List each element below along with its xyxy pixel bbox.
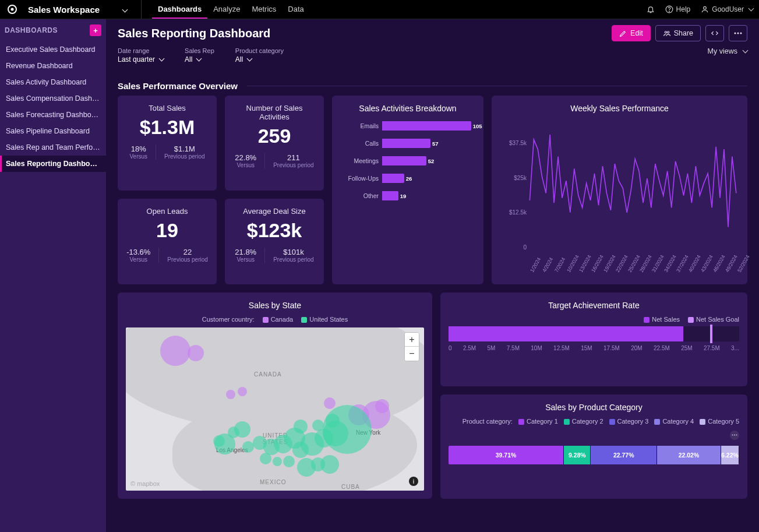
sidebar-title: DASHBOARDS: [5, 26, 58, 34]
sidebar-item[interactable]: Revenue Dashboard: [0, 58, 106, 74]
filter-sales-rep[interactable]: Sales Rep All: [185, 47, 214, 64]
chevron-down-icon: [741, 47, 747, 55]
user-name: GoodUser: [712, 5, 744, 13]
more-button[interactable]: [729, 25, 747, 41]
edit-label: Edit: [630, 29, 643, 37]
help-label: Help: [676, 5, 691, 13]
nav-metrics[interactable]: Metrics: [246, 0, 282, 19]
chart-weekly-sales[interactable]: Weekly Sales Performance 0$12.5k$25k$37.…: [492, 96, 747, 284]
app-logo[interactable]: [6, 3, 19, 16]
share-label: Share: [674, 29, 693, 37]
cat-segment: 39.71%: [449, 446, 564, 464]
map-bubble: [320, 455, 339, 474]
cat-segment: 9.28%: [564, 446, 591, 464]
sidebar: DASHBOARDS + Executive Sales DashboardRe…: [0, 19, 106, 532]
topbar-right: Help GoodUser: [647, 5, 753, 13]
kpi-deal-size[interactable]: Average Deal Size $123k 21.8%Versus $101…: [225, 199, 324, 285]
svg-point-10: [732, 435, 733, 436]
cat-segment: 6.22%: [721, 446, 739, 464]
chevron-down-icon: [747, 5, 753, 13]
sidebar-item[interactable]: Sales Compensation Dashboard: [0, 90, 106, 107]
kpi-total-sales[interactable]: Total Sales $1.3M 18%Versus $1.1MPreviou…: [118, 96, 217, 191]
cat-segment: 22.77%: [591, 446, 657, 464]
nav-dashboards[interactable]: Dashboards: [152, 0, 207, 19]
user-menu[interactable]: GoodUser: [701, 5, 753, 13]
sidebar-item[interactable]: Sales Reporting Dashboard: [0, 156, 106, 172]
notifications-button[interactable]: [647, 5, 655, 13]
sidebar-item[interactable]: Sales Rep and Team Perform...: [0, 139, 106, 156]
sidebar-item[interactable]: Executive Sales Dashboard: [0, 41, 106, 58]
map-bubble: [324, 397, 336, 409]
legend-overflow-icon[interactable]: [730, 431, 739, 440]
svg-point-8: [737, 33, 739, 34]
hbar-row: Emails105: [340, 121, 475, 131]
svg-point-12: [736, 435, 737, 436]
hbar-row: Other19: [340, 191, 475, 200]
cat-segment: 22.02%: [657, 446, 721, 464]
map-bubble: [294, 420, 308, 434]
svg-point-3: [669, 11, 669, 12]
svg-point-7: [735, 33, 736, 34]
map-info-icon[interactable]: i: [409, 477, 418, 486]
chevron-down-icon: [245, 55, 252, 64]
map-bubble: [283, 456, 295, 467]
map-bubble: [188, 345, 204, 361]
filter-product-category[interactable]: Product category All: [235, 47, 284, 64]
page-title: Sales Reporting Dashboard: [118, 27, 270, 40]
chart-sales-by-state[interactable]: Sales by State Customer country: Canada …: [118, 293, 432, 499]
top-nav: Dashboards Analyze Metrics Data: [152, 0, 310, 19]
svg-point-5: [665, 31, 666, 33]
help-button[interactable]: Help: [665, 5, 691, 13]
svg-point-4: [704, 6, 707, 9]
map-bubble: [226, 390, 235, 399]
chart-sales-by-category[interactable]: Sales by Product Category Product catego…: [440, 394, 747, 499]
map-attribution: © mapbox: [130, 480, 160, 487]
map-bubble: [375, 399, 389, 413]
map-bubble: [253, 436, 267, 450]
filter-date-range[interactable]: Date range Last quarter: [118, 47, 164, 64]
cat-legend: Product category: Category 1 Category 2 …: [449, 418, 739, 440]
hbar-row: Meetings52: [340, 156, 475, 165]
svg-point-1: [11, 8, 14, 11]
add-dashboard-button[interactable]: +: [90, 24, 101, 36]
workspace-switcher[interactable]: Sales Workspace: [28, 0, 142, 19]
chevron-down-icon: [195, 55, 201, 64]
my-views-button[interactable]: My views: [708, 47, 747, 55]
sidebar-item[interactable]: Sales Pipeline Dashboard: [0, 123, 106, 139]
svg-point-6: [667, 31, 669, 33]
hbar-row: Calls57: [340, 139, 475, 148]
map-canvas[interactable]: CANADA UNITED STATES MEXICO CUBA New Yor…: [126, 327, 424, 491]
share-button[interactable]: Share: [655, 25, 701, 41]
embed-button[interactable]: [705, 25, 724, 41]
sidebar-item[interactable]: Sales Activity Dashboard: [0, 74, 106, 90]
filters-bar: Date range Last quarter Sales Rep All Pr…: [106, 45, 759, 69]
nav-analyze[interactable]: Analyze: [207, 0, 246, 19]
content-area: Sales Reporting Dashboard Edit Share: [106, 19, 759, 532]
map-bubble: [242, 441, 254, 453]
divider: [247, 86, 747, 86]
kpi-open-leads[interactable]: Open Leads 19 -13.6%Versus 22Previous pe…: [118, 199, 217, 285]
map-bubble: [260, 453, 271, 464]
section-title: Sales Performance Overview: [118, 81, 238, 91]
hbar-row: Follow-Ups26: [340, 174, 475, 183]
svg-point-9: [740, 33, 742, 34]
map-bubble: [160, 336, 190, 366]
map-bubble: [238, 387, 247, 396]
map-bubble: [326, 414, 340, 428]
map-legend: Customer country: Canada United States: [126, 316, 424, 323]
map-zoom-in[interactable]: +: [405, 333, 419, 347]
kpi-activities[interactable]: Number of Sales Activities 259 22.8%Vers…: [225, 96, 324, 191]
chart-activities-breakdown[interactable]: Sales Activities Breakdown Emails105Call…: [332, 96, 483, 284]
sidebar-item[interactable]: Sales Forecasting Dashboard: [0, 107, 106, 123]
map-zoom-controls: + −: [404, 332, 419, 361]
topbar: Sales Workspace Dashboards Analyze Metri…: [0, 0, 759, 19]
map-zoom-out[interactable]: −: [405, 347, 419, 361]
chevron-down-icon: [121, 5, 127, 15]
target-legend: Net Sales Net Sales Goal: [449, 316, 739, 323]
edit-button[interactable]: Edit: [612, 25, 651, 41]
chevron-down-icon: [157, 55, 164, 64]
svg-point-11: [734, 435, 735, 436]
nav-data[interactable]: Data: [282, 0, 309, 19]
workspace-name: Sales Workspace: [28, 5, 100, 15]
chart-target-achievement[interactable]: Target Achievement Rate Net Sales Net Sa…: [440, 293, 747, 386]
